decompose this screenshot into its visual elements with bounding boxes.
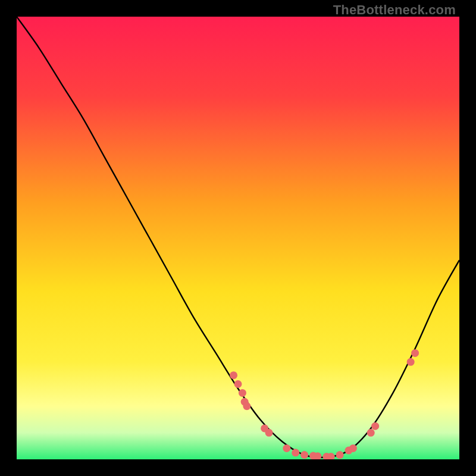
- chart-frame: [17, 17, 459, 459]
- attribution-watermark: TheBottleneck.com: [333, 2, 456, 18]
- data-marker: [239, 389, 246, 397]
- data-marker: [411, 349, 419, 357]
- data-marker: [234, 380, 242, 388]
- data-marker: [230, 371, 237, 379]
- data-marker: [349, 444, 357, 452]
- data-marker: [265, 429, 273, 437]
- data-marker: [243, 402, 250, 410]
- data-marker: [292, 449, 299, 456]
- data-marker: [300, 451, 308, 459]
- bottleneck-curve-chart: [17, 17, 459, 459]
- data-marker: [371, 422, 379, 430]
- data-marker: [283, 444, 290, 452]
- data-marker: [367, 429, 375, 437]
- data-marker: [407, 358, 415, 366]
- data-marker: [336, 451, 344, 459]
